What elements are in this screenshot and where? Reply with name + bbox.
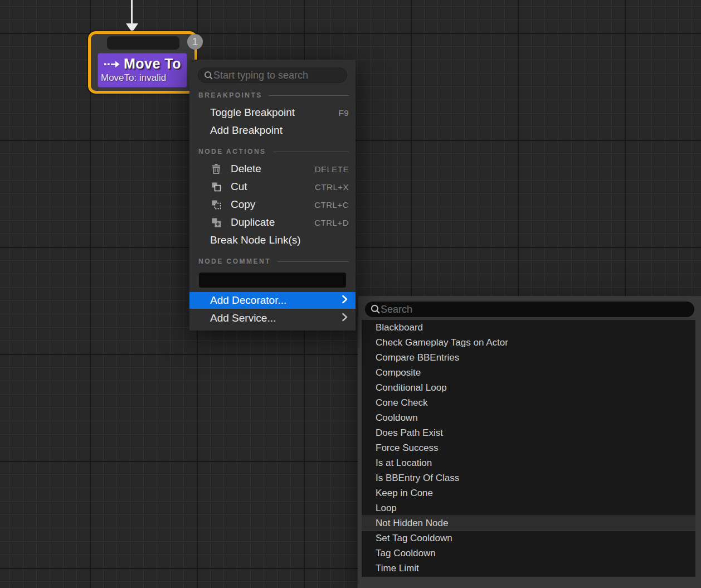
- list-item-composite[interactable]: Composite: [362, 365, 695, 380]
- shortcut-label: CTRL+X: [315, 182, 349, 192]
- submenu-search-input[interactable]: [381, 304, 694, 315]
- list-item-cone-check[interactable]: Cone Check: [362, 395, 695, 410]
- copy-icon: [210, 199, 222, 210]
- menu-item-duplicate[interactable]: Duplicate CTRL+D: [189, 213, 356, 231]
- list-item-check-gameplay-tags[interactable]: Check Gameplay Tags on Actor: [362, 335, 695, 350]
- node-header[interactable]: Move To MoveTo: invalid: [98, 53, 187, 88]
- list-item-tag-cooldown[interactable]: Tag Cooldown: [362, 546, 695, 561]
- task-arrow-icon: [104, 61, 120, 67]
- menu-item-add-decorator[interactable]: Add Decorator...: [189, 292, 356, 309]
- list-item-not-hidden-node[interactable]: Not Hidden Node: [362, 516, 695, 531]
- context-menu-search[interactable]: [198, 67, 347, 83]
- node-comment-input[interactable]: [199, 273, 346, 288]
- menu-item-break-node-links[interactable]: Break Node Link(s): [189, 231, 356, 249]
- list-item-compare-bbentries[interactable]: Compare BBEntries: [362, 350, 695, 365]
- search-icon: [371, 304, 381, 314]
- list-item-is-bbentry-of-class[interactable]: Is BBEntry Of Class: [362, 470, 695, 485]
- list-item-set-tag-cooldown[interactable]: Set Tag Cooldown: [362, 531, 695, 546]
- execution-index-badge: 1: [187, 34, 203, 50]
- duplicate-icon: [210, 217, 222, 228]
- list-item-loop[interactable]: Loop: [362, 500, 695, 516]
- menu-item-toggle-breakpoint[interactable]: Toggle Breakpoint F9: [189, 104, 356, 122]
- node-context-menu: BREAKPOINTS Toggle Breakpoint F9 Add Bre…: [189, 60, 356, 331]
- list-item-keep-in-cone[interactable]: Keep in Cone: [362, 485, 695, 500]
- menu-item-delete[interactable]: Delete DELETE: [189, 160, 356, 178]
- search-input[interactable]: [213, 70, 347, 81]
- shortcut-label: DELETE: [315, 164, 349, 174]
- menu-item-copy[interactable]: Copy CTRL+C: [189, 196, 356, 213]
- list-item-is-at-location[interactable]: Is at Location: [362, 455, 695, 470]
- submenu-search[interactable]: [365, 302, 694, 317]
- move-to-node[interactable]: Move To MoveTo: invalid: [88, 31, 197, 94]
- menu-item-add-breakpoint[interactable]: Add Breakpoint: [189, 122, 356, 139]
- section-divider: [273, 152, 349, 152]
- decorator-list: Blackboard Check Gameplay Tags on Actor …: [362, 320, 695, 577]
- chevron-right-icon: [342, 294, 348, 307]
- section-divider: [278, 261, 349, 262]
- node-actions-section-header: NODE ACTIONS: [198, 148, 349, 155]
- list-item-force-success[interactable]: Force Success: [362, 440, 695, 455]
- list-item-time-limit[interactable]: Time Limit: [362, 561, 695, 576]
- shortcut-label: F9: [338, 108, 349, 118]
- chevron-right-icon: [342, 312, 348, 324]
- shortcut-label: CTRL+C: [314, 200, 349, 210]
- trash-icon: [210, 163, 222, 174]
- list-item-conditional-loop[interactable]: Conditional Loop: [362, 380, 695, 395]
- cut-icon: [210, 181, 222, 192]
- menu-item-add-service[interactable]: Add Service...: [189, 310, 356, 327]
- breakpoints-section-header: BREAKPOINTS: [198, 91, 349, 99]
- list-item-blackboard[interactable]: Blackboard: [362, 320, 695, 335]
- section-divider: [269, 95, 349, 96]
- node-comment-section-header: NODE COMMENT: [198, 257, 349, 265]
- menu-item-cut[interactable]: Cut CTRL+X: [189, 178, 356, 196]
- add-decorator-submenu: Blackboard Check Gameplay Tags on Actor …: [358, 296, 701, 588]
- node-input-pin[interactable]: [107, 36, 179, 50]
- search-icon: [204, 71, 213, 80]
- node-title: Move To: [124, 56, 181, 72]
- connection-wire: [131, 0, 133, 26]
- list-item-cooldown[interactable]: Cooldown: [362, 410, 695, 425]
- node-subtitle: MoveTo: invalid: [101, 72, 184, 84]
- shortcut-label: CTRL+D: [314, 218, 349, 227]
- list-item-does-path-exist[interactable]: Does Path Exist: [362, 425, 695, 440]
